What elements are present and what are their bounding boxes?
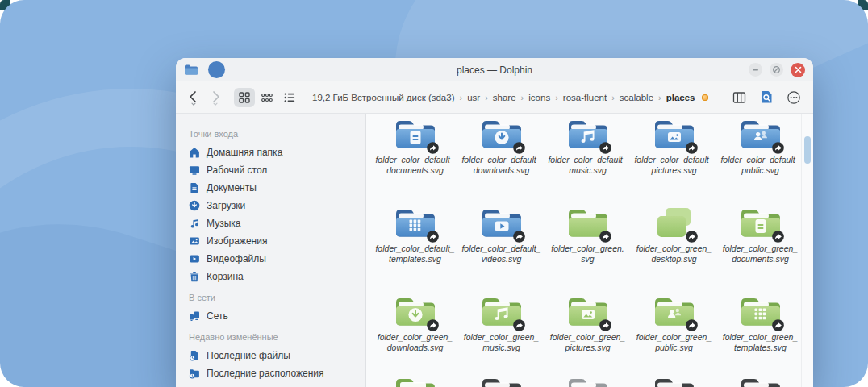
icons-view-button[interactable] (234, 88, 255, 107)
folder-videos-icon (481, 206, 523, 241)
file-view: folder_color_default_documents.svgfolder… (366, 114, 813, 387)
breadcrumb-current[interactable]: places (666, 93, 695, 102)
file-name: folder_color_green_documents.svg (720, 243, 801, 264)
file-item[interactable]: folder_color_green_desktop.svg (631, 206, 717, 294)
sidebar-item-videos[interactable]: Видеофайлы (189, 250, 365, 268)
sidebar-item-trash[interactable]: Корзина (189, 268, 365, 285)
scrollbar-track[interactable] (801, 114, 813, 387)
sidebar-section-header: Точки входа (189, 129, 365, 139)
breadcrumb-segment[interactable]: scalable (620, 93, 653, 102)
breadcrumb-status-dot (702, 94, 708, 101)
file-name: folder_color_default_documents.svg (375, 155, 456, 176)
breadcrumb-segment[interactable]: icons (528, 93, 550, 102)
file-grid: folder_color_default_documents.svgfolder… (366, 114, 813, 387)
sidebar-item-recent-folder[interactable]: Последние расположения (189, 364, 365, 382)
file-item-partial[interactable] (717, 375, 803, 387)
folder-public-icon (653, 294, 695, 330)
symlink-badge-icon (427, 142, 439, 154)
details-view-button[interactable] (279, 88, 300, 107)
symlink-badge-icon (686, 142, 698, 154)
file-item-partial[interactable] (545, 375, 631, 387)
file-item[interactable]: folder_color_green.svg (545, 206, 631, 294)
sidebar-item-label: Сеть (207, 310, 228, 322)
sidebar-item-label: Рабочий стол (207, 164, 267, 176)
preview-icon (761, 90, 773, 104)
close-icon (795, 66, 802, 73)
videos-icon (189, 253, 200, 264)
file-item[interactable]: folder_color_default_templates.svg (372, 206, 458, 294)
folder-public-icon (740, 117, 782, 152)
file-item[interactable]: folder_color_green_templates.svg (717, 294, 803, 375)
breadcrumb-device[interactable]: 19,2 ГиБ Встроенный диск (sda3) (312, 93, 455, 102)
symlink-badge-icon (772, 231, 784, 243)
compact-view-button[interactable] (257, 88, 278, 107)
window-content: Точки входаДомашняя папкаРабочий столДок… (176, 114, 813, 387)
file-name: folder_color_default_music.svg (548, 155, 628, 176)
sidebar-item-desktop[interactable]: Рабочий стол (189, 161, 365, 179)
file-item[interactable]: folder_color_default_documents.svg (372, 117, 458, 206)
file-name: folder_color_default_videos.svg (461, 243, 542, 264)
breadcrumb-segment[interactable]: rosa-fluent (563, 93, 607, 102)
sidebar-item-label: Документы (207, 182, 257, 194)
sidebar-item-label: Изображения (207, 235, 267, 247)
preview-button[interactable] (757, 88, 776, 107)
folder-downloads-icon (481, 117, 523, 152)
sidebar-item-label: Последние файлы (207, 350, 290, 361)
file-item[interactable]: folder_color_default_public.svg (717, 117, 803, 206)
back-button[interactable] (186, 89, 202, 106)
file-item[interactable]: folder_color_green_pictures.svg (545, 294, 631, 375)
sidebar-item-music[interactable]: Музыка (189, 214, 365, 232)
folder-desktop-icon (653, 206, 695, 241)
minimize-button[interactable] (749, 63, 762, 77)
breadcrumb-segment[interactable]: share (493, 93, 516, 102)
sidebar-item-label: Корзина (207, 271, 244, 282)
titlebar[interactable]: places — Dolphin (176, 58, 813, 81)
home-icon (189, 147, 200, 158)
file-item[interactable]: folder_color_green_public.svg (631, 294, 717, 375)
menu-button[interactable] (784, 88, 803, 107)
folder-icon (653, 375, 695, 387)
sidebar-item-documents[interactable]: Документы (189, 179, 365, 197)
minimize-icon (752, 66, 759, 73)
sidebar-item-pictures[interactable]: Изображения (189, 232, 365, 250)
screenshot: places — Dolphin (0, 0, 868, 387)
maximize-button[interactable] (770, 63, 783, 77)
file-item-partial[interactable] (372, 375, 458, 387)
documents-icon (189, 182, 200, 194)
file-name: folder_color_default_downloads.svg (461, 155, 542, 176)
breadcrumb: 19,2 ГиБ Встроенный диск (sda3)›usr›shar… (312, 93, 724, 102)
breadcrumb-segment[interactable]: usr (467, 93, 480, 102)
breadcrumb-separator: › (460, 93, 463, 102)
forward-button[interactable] (207, 89, 223, 106)
folder-downloads-icon (394, 294, 436, 330)
sidebar-item-recent-file[interactable]: Последние файлы (189, 347, 365, 364)
scrollbar-thumb[interactable] (804, 136, 811, 164)
file-item[interactable]: folder_color_default_music.svg (545, 117, 631, 206)
file-item-partial[interactable] (631, 375, 717, 387)
folder-icon (394, 375, 436, 387)
file-item-partial[interactable] (458, 375, 545, 387)
view-mode-group (234, 88, 300, 107)
file-item[interactable]: folder_color_green_documents.svg (717, 206, 803, 294)
sidebar-item-network[interactable]: Сеть (189, 307, 365, 325)
file-item[interactable]: folder_color_default_pictures.svg (631, 117, 717, 206)
sidebar-item-home[interactable]: Домашняя папка (189, 144, 365, 161)
breadcrumb-separator: › (611, 93, 615, 102)
sidebar-item-label: Последние расположения (207, 368, 324, 379)
folder-music-icon (567, 117, 609, 152)
close-button[interactable] (791, 63, 805, 77)
symlink-badge-icon (599, 319, 611, 331)
file-item[interactable]: folder_color_green_music.svg (458, 294, 545, 375)
sidebar-item-label: Музыка (207, 218, 240, 229)
file-item[interactable]: folder_color_green_downloads.svg (372, 294, 458, 375)
sidebar-item-downloads[interactable]: Загрузки (189, 197, 365, 214)
split-view-icon (732, 91, 746, 104)
file-name: folder_color_default_pictures.svg (634, 155, 715, 176)
split-view-button[interactable] (729, 88, 749, 107)
file-name: folder_color_green.svg (548, 243, 628, 264)
sidebar-item-label: Домашняя папка (207, 147, 282, 158)
symlink-badge-icon (513, 142, 525, 154)
file-item[interactable]: folder_color_default_downloads.svg (458, 117, 545, 206)
file-item[interactable]: folder_color_default_videos.svg (458, 206, 545, 294)
symlink-badge-icon (686, 319, 698, 331)
